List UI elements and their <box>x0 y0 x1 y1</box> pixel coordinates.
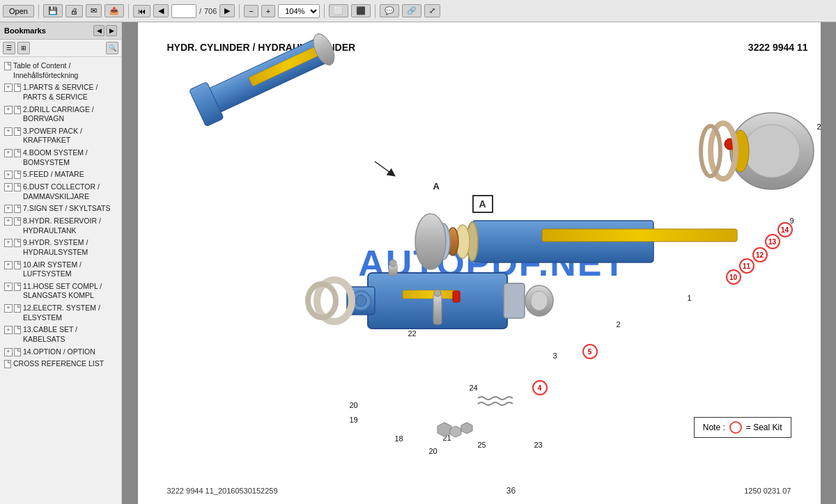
icon-2 <box>14 106 21 114</box>
sidebar-item-5[interactable]: + 5.FEED / MATARE <box>0 168 121 181</box>
fit-page-button[interactable]: ⬛ <box>351 4 371 17</box>
sidebar-content[interactable]: Table of Content / Innehållsförteckning … <box>0 57 121 504</box>
label-2: 2 <box>617 320 621 329</box>
sidebar-search-btn[interactable]: 🔍 <box>106 42 118 54</box>
circle-5: 5 <box>582 344 598 359</box>
zoom-select[interactable]: 104% 75% 100% 125% 150% <box>278 4 320 18</box>
expander-5: + <box>4 171 13 179</box>
note-label: Note : <box>703 423 725 432</box>
zoom-out-button[interactable]: − <box>244 5 258 17</box>
sidebar-item-8-label: 8.HYDR. RESERVOIR / HYDRAULTANK <box>23 216 118 235</box>
page-title: HYDR. CYLINDER / HYDRAULCYLINDER <box>167 42 356 53</box>
circle-4: 4 <box>532 380 548 395</box>
expander-7: + <box>4 205 13 213</box>
icon-6 <box>14 183 21 191</box>
icon-1 <box>14 84 21 92</box>
page-footer: 3222 9944 11_20160530152259 36 1250 0231… <box>167 486 791 496</box>
svg-point-6 <box>730 113 814 189</box>
first-page-button[interactable]: ⏮ <box>133 5 150 17</box>
zoom-in-button[interactable]: + <box>261 5 275 17</box>
svg-marker-31 <box>450 426 461 437</box>
expander-14: + <box>4 348 13 356</box>
sidebar-item-6-label: 6.DUST COLLECTOR / DAMMAVSKILJARE <box>23 182 118 201</box>
circle-10: 10 <box>726 269 741 285</box>
sidebar-item-3[interactable]: + 3.POWER PACK / KRAFTPAKET <box>0 125 121 147</box>
label-18b: 18 <box>395 434 403 443</box>
label-21: 21 <box>443 434 451 442</box>
sidebar-item-13[interactable]: + 13.CABLE SET / KABELSATS <box>0 324 121 345</box>
sidebar-item-4[interactable]: + 4.BOOM SYSTEM / BOMSYSTEM <box>0 147 121 168</box>
comment-button[interactable]: 💬 <box>380 4 399 17</box>
sidebar-item-14[interactable]: + 14.OPTION / OPTION <box>0 346 121 359</box>
sidebar-item-7[interactable]: + 7.SIGN SET / SKYLTSATS <box>0 203 121 215</box>
sidebar-item-12[interactable]: + 12.ELECTR. SYSTEM / ELSYSTEM <box>0 302 121 324</box>
page-input[interactable]: 31 <box>171 4 196 18</box>
svg-point-10 <box>711 123 736 179</box>
svg-rect-25 <box>389 265 397 276</box>
icon-10 <box>14 261 21 269</box>
toolbar-divider-1 <box>38 4 39 18</box>
sidebar-menu-btn[interactable]: ☰ <box>3 42 15 54</box>
sidebar-item-14-label: 14.OPTION / OPTION <box>23 347 118 357</box>
sidebar-nav-next[interactable]: ▶ <box>106 25 117 36</box>
expand-button[interactable]: ⤢ <box>424 4 440 17</box>
sidebar-item-toc-label: Table of Content / Innehållsförteckning <box>13 61 118 80</box>
sidebar-expand-btn[interactable]: ⊞ <box>17 42 30 54</box>
open-button[interactable]: Open <box>3 5 34 17</box>
sidebar-item-toc[interactable]: Table of Content / Innehållsförteckning <box>0 60 121 81</box>
svg-point-22 <box>355 295 366 306</box>
label-20a: 20 <box>817 123 821 131</box>
expander-4: + <box>4 149 13 157</box>
label-20d: 20 <box>429 447 438 455</box>
sidebar-item-4-label: 4.BOOM SYSTEM / BOMSYSTEM <box>23 148 118 167</box>
expander-8: + <box>4 217 13 226</box>
sidebar-item-2[interactable]: + 2.DRILL CARRIAGE / BORRVAGN <box>0 104 121 125</box>
label-1: 1 <box>688 294 692 302</box>
next-page-button[interactable]: ▶ <box>219 4 235 17</box>
svg-point-8 <box>732 130 749 172</box>
svg-point-17 <box>436 223 450 260</box>
svg-rect-13 <box>542 229 737 242</box>
fit-width-button[interactable]: ⬜ <box>329 4 348 17</box>
prev-page-button[interactable]: ◀ <box>153 4 169 17</box>
footer-doc-number: 3222 9944 11_20160530152259 <box>167 487 278 495</box>
print-button[interactable]: 🖨 <box>65 5 83 17</box>
sidebar: Bookmarks ◀ ▶ ☰ ⊞ 🔍 Table of Content / I… <box>0 22 122 504</box>
sidebar-toolbar: ☰ ⊞ 🔍 <box>0 40 121 57</box>
sidebar-item-10[interactable]: + 10.AIR SYSTEM / LUFTSYSTEM <box>0 259 121 281</box>
circle-14: 14 <box>777 222 793 237</box>
diagram-container: HYDR. CYLINDER / HYDRAULCYLINDER 3222 99… <box>138 22 821 504</box>
save-button[interactable]: 💾 <box>43 4 63 17</box>
toolbar-divider-5 <box>375 4 376 18</box>
sidebar-item-9[interactable]: + 9.HYDR. SYSTEM / HYDRAULSYSTEM <box>0 237 121 258</box>
sidebar-item-cross[interactable]: CROSS REFERENCE LIST <box>0 358 121 370</box>
page-part-number: 3222 9944 11 <box>748 42 808 53</box>
sidebar-item-11[interactable]: + 11.HOSE SET COMPL / SLANGSATS KOMPL <box>0 281 121 302</box>
icon-14 <box>14 348 21 356</box>
content-area: HYDR. CYLINDER / HYDRAULCYLINDER 3222 99… <box>122 22 836 504</box>
sidebar-item-10-label: 10.AIR SYSTEM / LUFTSYSTEM <box>23 260 118 279</box>
svg-point-21 <box>351 291 371 310</box>
expander-10: + <box>4 261 13 269</box>
sidebar-nav-prev[interactable]: ◀ <box>93 25 104 36</box>
svg-rect-27 <box>504 283 525 318</box>
icon-3 <box>14 127 21 136</box>
export-button[interactable]: 📤 <box>104 4 124 17</box>
email-button[interactable]: ✉ <box>86 4 102 17</box>
toolbar: Open 💾 🖨 ✉ 📤 ⏮ ◀ 31 / 706 ▶ − + 104% 75%… <box>0 0 836 22</box>
sidebar-item-8[interactable]: + 8.HYDR. RESERVOIR / HYDRAULTANK <box>0 215 121 237</box>
label-26: 26 <box>431 294 440 302</box>
toc-page-icon <box>4 62 11 70</box>
sidebar-nav-btns: ◀ ▶ <box>93 25 117 36</box>
circle-12: 12 <box>752 247 768 262</box>
a-box-label: A <box>472 195 493 213</box>
sidebar-item-6[interactable]: + 6.DUST COLLECTOR / DAMMAVSKILJARE <box>0 181 121 203</box>
svg-point-26 <box>389 260 396 267</box>
link-button[interactable]: 🔗 <box>402 4 421 17</box>
svg-point-28 <box>317 280 352 322</box>
watermark: AUTOPDF.NET <box>358 242 626 284</box>
svg-point-7 <box>744 125 800 178</box>
sidebar-item-1[interactable]: + 1.PARTS & SERVICE / PARTS & SERVICE <box>0 81 121 103</box>
expander-1: + <box>4 84 13 92</box>
note-equals: = Seal Kit <box>746 423 782 432</box>
